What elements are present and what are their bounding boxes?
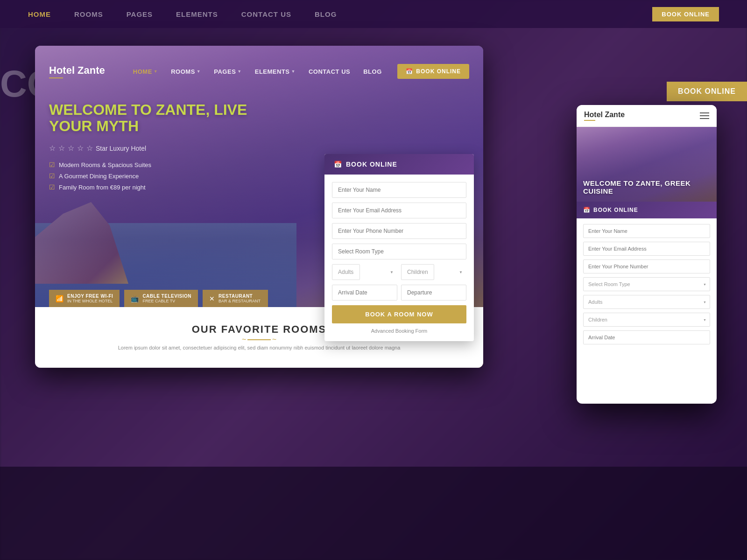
mobile-children-select-wrap: Children <box>583 313 710 327</box>
mobile-hero-title: WELCOME TO ZANTE, GREEK CUISINE <box>583 179 710 195</box>
booking-form-body: Adults Children BOOK A ROOM NOW Advanced… <box>324 175 474 341</box>
feature-1: ☑ Modern Rooms & Spacious Suites <box>49 161 287 168</box>
mobile-arrival-input[interactable] <box>583 330 710 344</box>
children-select[interactable]: Children <box>401 264 434 280</box>
mobile-card: Hotel Zante WELCOME TO ZANTE, GREEK CUIS… <box>577 105 717 404</box>
mobile-logo-dot <box>584 120 595 121</box>
desktop-nav-links: HOME ▼ ROOMS ▼ PAGES ▼ ELEMENTS ▼ CONTAC… <box>133 68 382 75</box>
nav-link-rooms[interactable]: ROOMS ▼ <box>171 68 201 75</box>
mobile-email-input[interactable] <box>583 242 710 256</box>
booking-guests-row: Adults Children <box>332 264 466 280</box>
amenity-restaurant: ✕ RESTAURANT BAR & RESTAURANT <box>203 290 268 307</box>
hamburger-line-2 <box>700 115 709 116</box>
star-1: ☆ <box>49 144 56 153</box>
hero-features: ☑ Modern Rooms & Spacious Suites ☑ A Gou… <box>49 161 287 191</box>
bg-nav-rooms[interactable]: ROOMS <box>74 10 103 18</box>
booking-room-input[interactable] <box>332 244 466 259</box>
mobile-children-select[interactable]: Children <box>583 313 710 327</box>
rooms-title: OUR FAVORITE ROOMS <box>192 323 327 336</box>
mobile-logo[interactable]: Hotel Zante <box>584 111 625 121</box>
booking-form-desktop: 📅 BOOK ONLINE Adults Children <box>324 154 474 341</box>
desktop-logo[interactable]: Hotel Zante <box>49 64 105 78</box>
mobile-bf-title: BOOK ONLINE <box>593 207 638 213</box>
arrival-date-input[interactable] <box>332 285 397 301</box>
bg-nav-elements[interactable]: ELEMENTS <box>176 10 218 18</box>
amenity-wifi: 📶 ENJOY FREE WI-FI IN THE WHOLE HOTEL <box>49 290 120 307</box>
mobile-calendar-icon: 📅 <box>583 207 591 213</box>
wifi-title: ENJOY FREE WI-FI <box>67 294 113 299</box>
star-3: ☆ <box>68 144 74 153</box>
nav-link-blog[interactable]: BLOG <box>363 68 382 75</box>
nav-link-contact[interactable]: CONTACT US <box>309 68 350 75</box>
rooms-desc: Lorem ipsum dolor sit amet, consectetuer… <box>118 344 401 352</box>
calendar-icon: 📅 <box>406 68 413 75</box>
check-icon-3: ☑ <box>49 183 55 191</box>
wifi-sub: IN THE WHOLE HOTEL <box>67 299 113 303</box>
star-4: ☆ <box>77 144 84 153</box>
mobile-bf-header: 📅 BOOK ONLINE <box>577 202 717 218</box>
chevron-home: ▼ <box>154 69 158 74</box>
hamburger-menu[interactable] <box>700 112 709 119</box>
tv-title: CABLE TELEVISION <box>142 294 191 299</box>
tv-icon: 📺 <box>131 295 139 302</box>
booking-form-title: BOOK ONLINE <box>346 161 397 168</box>
mobile-room-select[interactable]: Select Room Type <box>583 277 710 291</box>
background-nav: HOME ROOMS PAGES ELEMENTS CONTACT US BLO… <box>0 0 747 28</box>
tv-sub: FREE CABLE TV <box>142 299 191 303</box>
feature-3: ☑ Family Room from €89 per night <box>49 183 287 191</box>
mobile-nav: Hotel Zante <box>577 105 717 127</box>
booking-form-header: 📅 BOOK ONLINE <box>324 154 474 175</box>
scroll-chevron[interactable]: ▾ <box>258 309 261 316</box>
bg-nav-contact[interactable]: CONTACT US <box>241 10 291 18</box>
desktop-nav: Hotel Zante HOME ▼ ROOMS ▼ PAGES ▼ ELEME… <box>35 60 483 83</box>
bg-nav-book-button[interactable]: BOOK ONLINE <box>652 7 719 21</box>
nav-link-home[interactable]: HOME ▼ <box>133 68 158 75</box>
chevron-elements: ▼ <box>291 69 296 74</box>
children-select-wrap: Children <box>401 264 466 280</box>
mobile-booking-form: 📅 BOOK ONLINE Select Room Type Adults Ch… <box>577 202 717 355</box>
mobile-hero: WELCOME TO ZANTE, GREEK CUISINE <box>577 127 717 202</box>
check-icon-1: ☑ <box>49 161 55 168</box>
calendar-icon-form: 📅 <box>334 161 342 168</box>
rooms-divider <box>247 339 271 340</box>
amenities-bar: 📶 ENJOY FREE WI-FI IN THE WHOLE HOTEL 📺 … <box>49 290 268 307</box>
restaurant-sub: BAR & RESTAURANT <box>218 299 261 303</box>
star-label: Star Luxury Hotel <box>96 145 146 152</box>
advanced-booking-link[interactable]: Advanced Booking Form <box>332 328 466 334</box>
booking-name-input[interactable] <box>332 182 466 198</box>
star-2: ☆ <box>58 144 65 153</box>
bg-nav-pages[interactable]: PAGES <box>127 10 153 18</box>
bg-nav-blog[interactable]: BLOG <box>315 10 337 18</box>
logo-underline <box>49 77 63 78</box>
mobile-adults-select-wrap: Adults <box>583 295 710 309</box>
mobile-adults-select[interactable]: Adults <box>583 295 710 309</box>
adults-select[interactable]: Adults <box>332 264 360 280</box>
booking-email-input[interactable] <box>332 203 466 218</box>
amenity-tv: 📺 CABLE TELEVISION FREE CABLE TV <box>124 290 198 307</box>
desktop-book-button[interactable]: 📅 BOOK ONLINE <box>397 64 469 79</box>
restaurant-title: RESTAURANT <box>218 294 261 299</box>
feature-2: ☑ A Gourmet Dining Experience <box>49 172 287 180</box>
adults-select-wrap: Adults <box>332 264 397 280</box>
nav-link-elements[interactable]: ELEMENTS ▼ <box>255 68 296 75</box>
mobile-phone-input[interactable] <box>583 259 710 273</box>
star-5: ☆ <box>86 144 93 153</box>
mobile-name-input[interactable] <box>583 224 710 238</box>
check-icon-2: ☑ <box>49 172 55 180</box>
hero-content: WELCOME TO ZANTE, LIVE YOUR MYTH ☆ ☆ ☆ ☆… <box>49 102 287 191</box>
hero-stars: ☆ ☆ ☆ ☆ ☆ Star Luxury Hotel <box>49 144 287 153</box>
background-right-book[interactable]: BOOK ONLINE <box>667 82 747 101</box>
bg-nav-home[interactable]: HOME <box>28 10 51 18</box>
chevron-rooms: ▼ <box>197 69 201 74</box>
departure-date-input[interactable] <box>401 285 466 301</box>
book-room-button[interactable]: BOOK A ROOM NOW <box>332 305 466 323</box>
background-bottom <box>0 467 747 560</box>
nav-link-pages[interactable]: PAGES ▼ <box>214 68 241 75</box>
wifi-icon: 📶 <box>56 295 63 302</box>
hamburger-line-3 <box>700 118 709 119</box>
booking-phone-input[interactable] <box>332 223 466 239</box>
chevron-pages: ▼ <box>237 69 241 74</box>
restaurant-icon: ✕ <box>209 295 215 302</box>
hero-title: WELCOME TO ZANTE, LIVE YOUR MYTH <box>49 102 287 134</box>
hamburger-line-1 <box>700 112 709 113</box>
